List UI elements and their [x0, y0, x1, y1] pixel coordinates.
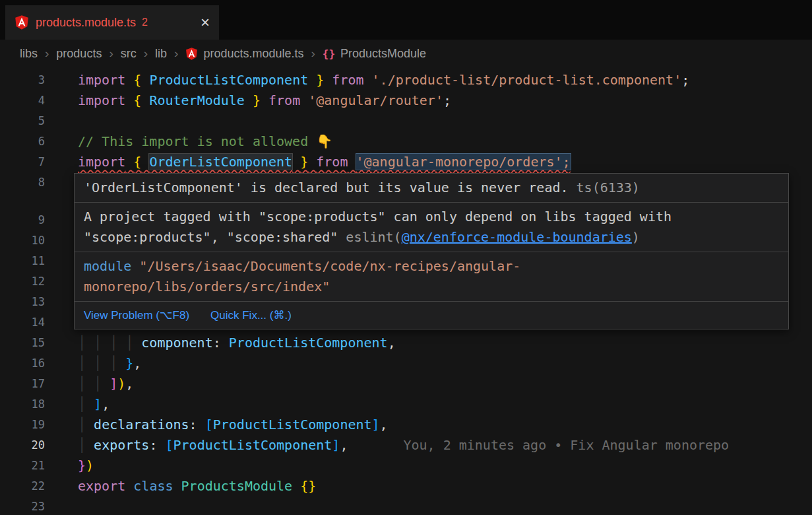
- breadcrumb-item-libs[interactable]: libs: [20, 47, 38, 61]
- code-token: :: [149, 437, 165, 453]
- line-number[interactable]: 21: [0, 459, 45, 472]
- line-number[interactable]: 9: [0, 213, 45, 226]
- vscode-window: products.module.ts 2 × libs›products›src…: [0, 0, 812, 515]
- code-text: │ ],: [45, 396, 109, 412]
- line-number[interactable]: 8: [0, 176, 45, 189]
- code-token: ]: [94, 396, 102, 412]
- code-line-16[interactable]: 16│ │ │ },: [0, 353, 812, 373]
- line-number[interactable]: 20: [0, 438, 45, 452]
- code-token: [300, 92, 308, 108]
- code-token: }: [125, 355, 133, 371]
- code-line-7[interactable]: 7import { OrderListComponent } from '@an…: [0, 151, 812, 172]
- line-number[interactable]: 18: [0, 397, 45, 411]
- line-number[interactable]: 23: [0, 500, 45, 513]
- line-number[interactable]: 13: [0, 295, 45, 308]
- code-token: import: [78, 72, 125, 88]
- line-number[interactable]: 12: [0, 275, 45, 288]
- code-line-23[interactable]: 23: [0, 496, 812, 515]
- module-icon: {}: [323, 48, 335, 60]
- code-text: │ declarations: [ProductListComponent],: [45, 417, 388, 432]
- code-line-18[interactable]: 18│ ],: [0, 394, 812, 414]
- code-token: }: [253, 92, 261, 108]
- code-token: OrderListComponent: [149, 154, 292, 170]
- code-line-17[interactable]: 17│ │ ]),: [0, 373, 812, 394]
- line-number[interactable]: 22: [0, 479, 45, 493]
- code-token: }: [300, 154, 308, 170]
- code-token: :: [213, 335, 229, 351]
- breadcrumb-label: products: [56, 47, 102, 61]
- breadcrumb-label: libs: [20, 47, 38, 61]
- line-number[interactable]: 5: [0, 114, 45, 127]
- code-token: │: [78, 417, 94, 432]
- line-number[interactable]: 14: [0, 316, 45, 329]
- code-token: [141, 154, 149, 170]
- breadcrumb-separator: ›: [174, 46, 178, 61]
- code-token: ProductListComponent: [213, 417, 372, 432]
- code-token: ]: [332, 437, 340, 453]
- breadcrumb-separator: ›: [144, 46, 148, 61]
- code-text: │ │ │ },: [45, 355, 141, 371]
- close-icon[interactable]: ×: [201, 15, 210, 30]
- code-token: [364, 72, 372, 88]
- code-token: ,: [388, 335, 396, 351]
- code-token: ]: [109, 376, 117, 392]
- code-token: ;: [443, 92, 451, 108]
- code-token: component: [141, 335, 212, 351]
- line-number[interactable]: 3: [0, 73, 45, 86]
- breadcrumb-item-lib[interactable]: lib: [155, 47, 167, 61]
- hover-text: module: [84, 258, 131, 274]
- code-text: import { OrderListComponent } from '@ang…: [45, 154, 571, 170]
- code-token: ): [86, 458, 94, 473]
- code-line-4[interactable]: 4import { RouterModule } from '@angular/…: [0, 90, 812, 110]
- code-line-15[interactable]: 15│ │ │ │ component: ProductListComponen…: [0, 332, 812, 353]
- code-line-21[interactable]: 21}): [0, 455, 812, 475]
- code-token: [125, 478, 133, 494]
- tab-products-module-ts[interactable]: products.module.ts 2 ×: [5, 5, 219, 40]
- code-line-5[interactable]: 5: [0, 110, 812, 131]
- code-token: ;: [681, 72, 689, 88]
- breadcrumb-separator: ›: [45, 46, 49, 61]
- code-token: │: [78, 437, 94, 453]
- line-number[interactable]: 10: [0, 234, 45, 247]
- tab-bar: products.module.ts 2 ×: [0, 0, 812, 40]
- eslint-rule-link[interactable]: @nx/enforce-module-boundaries: [402, 229, 632, 245]
- code-token: './product-list/product-list.component': [372, 72, 682, 88]
- code-token: {: [133, 72, 141, 88]
- line-number[interactable]: 7: [0, 155, 45, 168]
- breadcrumb-separator: ›: [109, 46, 113, 61]
- hover-sections: 'OrderListComponent' is declared but its…: [75, 174, 788, 302]
- breadcrumb-label: src: [121, 47, 137, 61]
- code-token: import: [78, 92, 125, 108]
- line-number[interactable]: 17: [0, 377, 45, 390]
- code-line-6[interactable]: 6// This import is not allowed 👇: [0, 131, 812, 151]
- code-token: ProductListComponent: [149, 72, 308, 88]
- code-token: ,: [340, 437, 348, 453]
- line-number[interactable]: 4: [0, 94, 45, 107]
- code-line-22[interactable]: 22export class ProductsModule {}: [0, 475, 812, 496]
- line-number[interactable]: 11: [0, 254, 45, 267]
- line-number[interactable]: 6: [0, 135, 45, 148]
- view-problem-action[interactable]: View Problem (⌥F8): [84, 308, 189, 322]
- breadcrumb-item-products-module-ts[interactable]: products.module.ts: [185, 47, 303, 61]
- code-token: ]: [372, 417, 380, 432]
- hover-text: "/Users/isaac/Documents/code/nx-recipes/…: [84, 258, 520, 294]
- breadcrumb-item-src[interactable]: src: [121, 47, 137, 61]
- code-token: ,: [133, 355, 141, 371]
- breadcrumb-item-productsmodule[interactable]: {}ProductsModule: [323, 47, 426, 61]
- code-token: from: [268, 92, 300, 108]
- line-number[interactable]: 19: [0, 418, 45, 431]
- quick-fix-action[interactable]: Quick Fix... (⌘.): [210, 308, 292, 322]
- diagnostic-hover-popup: 'OrderListComponent' is declared but its…: [74, 173, 789, 329]
- line-number[interactable]: 16: [0, 357, 45, 370]
- code-token: ): [117, 376, 125, 392]
- breadcrumb-item-products[interactable]: products: [56, 47, 102, 61]
- tab-problem-count-badge: 2: [142, 17, 148, 28]
- code-line-3[interactable]: 3import { ProductListComponent } from '.…: [0, 69, 812, 90]
- line-number[interactable]: 15: [0, 336, 45, 349]
- code-line-20[interactable]: 20│ exports: [ProductListComponent],You,…: [0, 434, 812, 455]
- code-token: [125, 154, 133, 170]
- code-text: │ exports: [ProductListComponent],: [45, 437, 348, 453]
- code-token: '@angular-monorepo/orders';: [356, 154, 571, 170]
- code-line-19[interactable]: 19│ declarations: [ProductListComponent]…: [0, 414, 812, 434]
- hover-section-3: module "/Users/isaac/Documents/code/nx-r…: [75, 252, 788, 302]
